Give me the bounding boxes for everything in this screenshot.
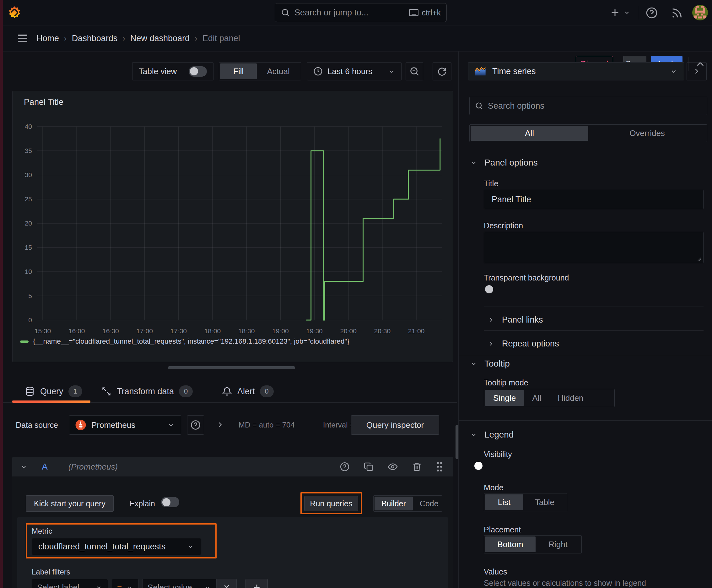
tab-alert[interactable]: Alert 0 [222, 380, 274, 403]
panel-title-input[interactable]: Panel Title [484, 190, 704, 209]
explain-toggle[interactable] [161, 497, 179, 507]
new-menu-button[interactable] [609, 7, 631, 18]
actual-option[interactable]: Actual [257, 63, 300, 79]
breadcrumb-new-dashboard[interactable]: New dashboard [130, 34, 190, 43]
svg-text:15: 15 [25, 244, 32, 251]
svg-text:17:30: 17:30 [170, 327, 187, 335]
global-search-input[interactable]: Search or jump to... ctrl+k [275, 3, 447, 22]
placement-bottom-option[interactable]: Bottom [485, 537, 536, 552]
tab-query[interactable]: Query 1 [24, 380, 82, 403]
options-search-placeholder: Search options [488, 101, 544, 111]
builder-option[interactable]: Builder [374, 497, 413, 510]
run-queries-button[interactable]: Run queries [304, 496, 358, 511]
plus-icon [609, 7, 621, 18]
tooltip-all-option[interactable]: All [524, 390, 549, 406]
remove-filter-button[interactable] [217, 579, 237, 588]
breadcrumb-home[interactable]: Home [37, 34, 59, 43]
grafana-logo-icon[interactable] [7, 5, 22, 20]
fill-option[interactable]: Fill [220, 63, 257, 79]
time-series-chart[interactable]: 051015202530354015:3016:0016:3017:0017:3… [13, 91, 453, 362]
collapse-query-icon[interactable] [20, 463, 28, 471]
select-label-dropdown[interactable]: Select label [32, 579, 108, 588]
metric-select[interactable]: cloudflared_tunnel_total_requests [32, 538, 201, 555]
menu-icon[interactable] [16, 33, 29, 44]
datasource-help-button[interactable] [187, 415, 204, 435]
panel-options-header[interactable]: Panel options [470, 158, 538, 168]
operator-dropdown[interactable]: = [112, 579, 138, 588]
svg-text:10: 10 [25, 268, 32, 275]
chart-legend: {__name__="cloudflared_tunnel_total_requ… [20, 337, 349, 345]
delete-query-icon[interactable] [412, 461, 422, 472]
panel-links-section[interactable]: Panel links [488, 311, 543, 329]
pane-resize-handle[interactable] [168, 366, 295, 369]
repeat-options-section[interactable]: Repeat options [488, 335, 559, 352]
drag-handle-icon[interactable] [435, 461, 444, 472]
options-filter-tabs: All Overrides [469, 124, 707, 142]
svg-text:16:30: 16:30 [102, 327, 119, 335]
legend-mode-switch: List Table [484, 493, 567, 511]
chevron-down-icon [95, 584, 103, 588]
legend-table-option[interactable]: Table [523, 495, 566, 510]
active-tab-indicator [12, 400, 90, 403]
tooltip-header[interactable]: Tooltip [470, 359, 510, 369]
tab-overrides[interactable]: Overrides [588, 126, 706, 141]
tooltip-single-option[interactable]: Single [485, 390, 524, 406]
refresh-button[interactable] [433, 62, 451, 80]
topbar-divider [638, 6, 638, 19]
placement-right-option[interactable]: Right [536, 537, 580, 552]
expand-options-icon[interactable] [216, 420, 224, 429]
search-icon [281, 8, 290, 17]
chevron-right-icon [488, 316, 494, 323]
legend-swatch[interactable] [20, 340, 28, 343]
query-inspector-button[interactable]: Query inspector [351, 415, 439, 435]
description-textarea[interactable] [484, 232, 704, 263]
transparent-background-label: Transparent background [484, 273, 569, 282]
legend-header[interactable]: Legend [470, 430, 514, 440]
fill-actual-switch: Fill Actual [219, 62, 301, 80]
news-button[interactable] [671, 7, 683, 19]
add-filter-button[interactable] [245, 579, 268, 588]
toggle-visibility-icon[interactable] [387, 461, 398, 472]
datasource-picker[interactable]: Prometheus [69, 415, 181, 435]
resize-grip-icon[interactable] [696, 256, 701, 261]
duplicate-query-icon[interactable] [363, 461, 374, 472]
svg-text:25: 25 [25, 195, 32, 203]
query-help-icon[interactable] [339, 461, 350, 472]
table-view-toggle[interactable] [189, 66, 207, 77]
svg-text:40: 40 [25, 123, 32, 130]
legend-placement-switch: Bottom Right [484, 535, 582, 553]
select-value-dropdown[interactable]: Select value [142, 579, 217, 588]
panel-preview: Panel Title 051015202530354015:3016:0016… [12, 91, 453, 362]
avatar[interactable] [692, 5, 708, 20]
tab-all[interactable]: All [471, 126, 588, 141]
code-option[interactable]: Code [413, 497, 446, 510]
chevron-right-icon [488, 340, 494, 347]
help-button[interactable] [645, 6, 658, 19]
svg-text:19:00: 19:00 [272, 327, 289, 335]
legend-list-option[interactable]: List [485, 495, 523, 510]
legend-series-label[interactable]: {__name__="cloudflared_tunnel_total_requ… [33, 337, 349, 345]
svg-text:20:00: 20:00 [340, 327, 357, 335]
zoom-out-button[interactable] [406, 62, 423, 80]
query-ref-id[interactable]: A [42, 462, 48, 472]
builder-code-switch: Builder Code [373, 495, 442, 512]
legend-placement-label: Placement [484, 525, 521, 534]
query-count-badge: 1 [68, 385, 82, 397]
search-placeholder: Search or jump to... [295, 8, 404, 18]
table-view-label: Table view [139, 67, 177, 76]
chevron-down-icon [470, 431, 477, 439]
help-icon [645, 6, 658, 19]
tooltip-hidden-option[interactable]: Hidden [549, 390, 591, 406]
query-row-header[interactable]: A (Prometheus) [12, 457, 453, 477]
legend-mode-label: Mode [484, 483, 503, 492]
chevron-down-icon [187, 543, 195, 551]
kickstart-button[interactable]: Kick start your query [26, 495, 114, 512]
left-edge-strip [0, 0, 3, 588]
options-search-input[interactable]: Search options [469, 97, 707, 115]
breadcrumb-dashboards[interactable]: Dashboards [72, 34, 118, 43]
time-range-picker[interactable]: Last 6 hours [307, 62, 402, 80]
options-collapse-button[interactable] [687, 62, 707, 80]
visualization-picker[interactable]: Time series [468, 62, 684, 80]
legend-values-hint: Select values or calculations to show in… [484, 579, 646, 588]
tab-transform-data[interactable]: Transform data 0 [101, 380, 193, 403]
